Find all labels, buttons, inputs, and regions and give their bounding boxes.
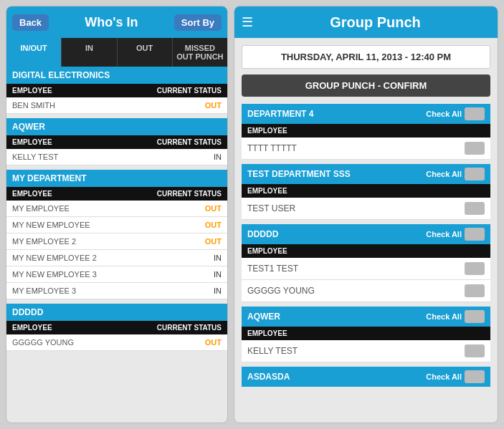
- employee-toggle[interactable]: [465, 344, 485, 357]
- dept-section-ddddd: DDDDD EMPLOYEE CURRENT STATUS GGGGG YOUN…: [6, 304, 227, 351]
- employee-toggle[interactable]: [465, 142, 485, 155]
- tab-missed-out-punch[interactable]: MISSED OUT PUNCH: [173, 38, 227, 67]
- right-dept-header: TEST DEPARTMENT SSS Check All: [242, 164, 490, 184]
- table-row: GGGGG YOUNG: [242, 280, 490, 302]
- dept-header: DIGITAL ELECTRONICS: [6, 67, 227, 84]
- right-dept-section-ddddd: DDDDD Check All EMPLOYEE TEST1 TEST GGGG…: [242, 224, 490, 302]
- employee-toggle[interactable]: [465, 202, 485, 215]
- group-punch-confirm-button[interactable]: GROUP PUNCH - CONFIRM: [242, 74, 490, 97]
- left-header: Back Who's In Sort By: [6, 6, 227, 38]
- table-row: TEST USER: [242, 198, 490, 220]
- left-tabs: IN/OUT IN OUT MISSED OUT PUNCH: [6, 38, 227, 67]
- table-row: KELLY TEST IN: [6, 149, 227, 165]
- col-header: EMPLOYEE CURRENT STATUS: [6, 135, 227, 149]
- table-row: MY EMPLOYEE OUT: [6, 201, 227, 217]
- sort-button[interactable]: Sort By: [174, 14, 222, 31]
- tab-in[interactable]: IN: [62, 38, 117, 67]
- check-all-test-dept-sss[interactable]: Check All: [426, 168, 485, 180]
- right-dept-section-department4: DEPARTMENT 4 Check All EMPLOYEE TTTT TTT…: [242, 104, 490, 160]
- dept-section-aqwer: AQWER EMPLOYEE CURRENT STATUS KELLY TEST…: [6, 118, 227, 165]
- right-dept-header: AQWER Check All: [242, 307, 490, 327]
- left-panel-title: Who's In: [85, 15, 138, 30]
- date-time-bar: THURSDAY, APRIL 11, 2013 - 12:40 PM: [242, 45, 490, 69]
- right-dept-section-aqwer: AQWER Check All EMPLOYEE KELLY TEST: [242, 307, 490, 362]
- table-row: TTTT TTTTT: [242, 138, 490, 160]
- table-row: KELLY TEST: [242, 340, 490, 362]
- right-dept-header: DDDDD Check All: [242, 224, 490, 244]
- dept-header: AQWER: [6, 118, 227, 135]
- right-col-header: EMPLOYEE: [242, 244, 490, 258]
- check-all-asdasda[interactable]: Check All: [426, 370, 485, 383]
- dept-header: DDDDD: [6, 304, 227, 321]
- col-header: EMPLOYEE CURRENT STATUS: [6, 321, 227, 334]
- table-row: MY NEW EMPLOYEE OUT: [6, 217, 227, 233]
- left-content: DIGITAL ELECTRONICS EMPLOYEE CURRENT STA…: [6, 67, 227, 355]
- dept-header: MY DEPARTMENT: [6, 170, 227, 187]
- check-all-toggle[interactable]: [465, 168, 485, 180]
- employee-toggle[interactable]: [465, 262, 485, 275]
- table-row: TEST1 TEST: [242, 258, 490, 280]
- right-dept-section-asdasda: ASDASDA Check All: [242, 367, 490, 387]
- right-dept-header: ASDASDA Check All: [242, 367, 490, 387]
- table-row: MY EMPLOYEE 2 OUT: [6, 233, 227, 250]
- check-all-toggle[interactable]: [465, 370, 485, 383]
- dept-section-my-department: MY DEPARTMENT EMPLOYEE CURRENT STATUS MY…: [6, 170, 227, 299]
- tab-in-out[interactable]: IN/OUT: [6, 38, 62, 67]
- dept-section-digital-electronics: DIGITAL ELECTRONICS EMPLOYEE CURRENT STA…: [6, 67, 227, 114]
- right-dept-section-test-dept-sss: TEST DEPARTMENT SSS Check All EMPLOYEE T…: [242, 164, 490, 220]
- right-col-header: EMPLOYEE: [242, 184, 490, 198]
- right-header: ☰ Group Punch: [234, 6, 498, 38]
- table-row: MY NEW EMPLOYEE 2 IN: [6, 250, 227, 266]
- table-row: GGGGG YOUNG OUT: [6, 334, 227, 351]
- check-all-toggle[interactable]: [465, 228, 485, 241]
- check-all-ddddd[interactable]: Check All: [426, 228, 485, 241]
- check-all-toggle[interactable]: [465, 310, 485, 323]
- table-row: BEN SMITH OUT: [6, 97, 227, 114]
- back-button[interactable]: Back: [12, 14, 49, 31]
- employee-toggle[interactable]: [465, 284, 485, 297]
- right-dept-header: DEPARTMENT 4 Check All: [242, 104, 490, 124]
- right-content: THURSDAY, APRIL 11, 2013 - 12:40 PM GROU…: [234, 38, 498, 398]
- tab-out[interactable]: OUT: [118, 38, 173, 67]
- col-header: EMPLOYEE CURRENT STATUS: [6, 187, 227, 201]
- table-row: MY EMPLOYEE 3 IN: [6, 283, 227, 299]
- check-all-toggle[interactable]: [465, 107, 485, 120]
- col-header: EMPLOYEE CURRENT STATUS: [6, 84, 227, 97]
- check-all-aqwer[interactable]: Check All: [426, 310, 485, 323]
- right-panel: ☰ Group Punch THURSDAY, APRIL 11, 2013 -…: [234, 6, 498, 423]
- left-panel: Back Who's In Sort By IN/OUT IN OUT MISS…: [6, 6, 228, 423]
- check-all-department4[interactable]: Check All: [426, 107, 485, 120]
- right-panel-title: Group Punch: [260, 14, 490, 31]
- menu-icon[interactable]: ☰: [242, 14, 253, 30]
- table-row: MY NEW EMPLOYEE 3 IN: [6, 266, 227, 283]
- right-col-header: EMPLOYEE: [242, 327, 490, 340]
- right-col-header: EMPLOYEE: [242, 124, 490, 138]
